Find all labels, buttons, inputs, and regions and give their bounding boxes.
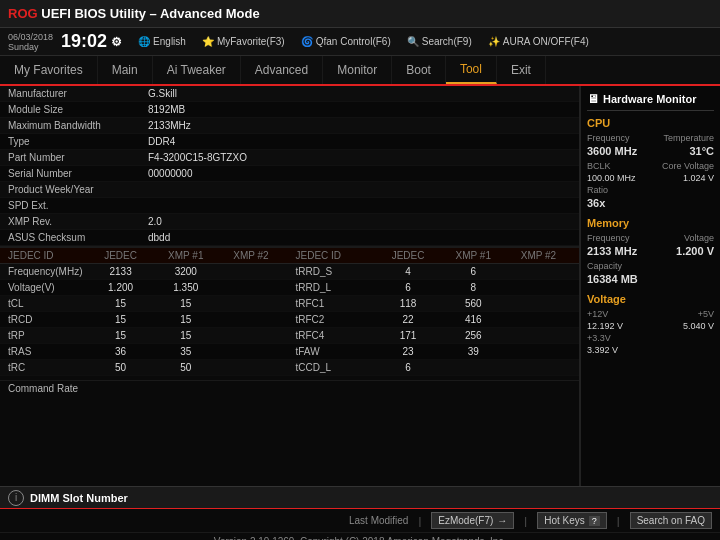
navigation-bar: My Favorites Main Ai Tweaker Advanced Mo… <box>0 56 720 86</box>
dimm-slot-label: DIMM Slot Number <box>30 492 128 504</box>
hardware-monitor-title: 🖥 Hardware Monitor <box>587 92 714 111</box>
nav-exit[interactable]: Exit <box>497 56 546 84</box>
cpu-ratio-value: 36x <box>587 197 714 211</box>
brand-name: ROG <box>8 6 38 21</box>
jedec-data-section: Frequency(MHz) 2133 3200 tRRD_S 4 6 Volt… <box>0 264 579 376</box>
monitor-icon: 🖥 <box>587 92 599 106</box>
arrow-icon: → <box>497 515 507 526</box>
favorites-icon: ⭐ <box>202 36 214 47</box>
jedec-col-xmp1: XMP #1 <box>153 250 218 261</box>
jedec-col-xmp2: XMP #2 <box>218 250 283 261</box>
nav-advanced[interactable]: Advanced <box>241 56 323 84</box>
memory-info-table: Manufacturer G.Skill Module Size 8192MB … <box>0 86 579 246</box>
aura-icon: ✨ <box>488 36 500 47</box>
cpu-bclk-voltage-labels: BCLK Core Voltage <box>587 161 714 171</box>
jedec-row-3: tRCD 15 15 tRFC2 22 416 <box>0 312 579 328</box>
cpu-bclk-voltage-values: 100.00 MHz 1.024 V <box>587 173 714 183</box>
nav-my-favorites[interactable]: My Favorites <box>0 56 98 84</box>
myfavorites-button[interactable]: ⭐ MyFavorite(F3) <box>202 36 285 47</box>
cpu-ratio-label: Ratio <box>587 185 714 195</box>
footer-buttons-row: Last Modified | EzMode(F7) → | Hot Keys … <box>0 509 720 533</box>
settings-icon[interactable]: ⚙ <box>111 35 122 49</box>
command-rate-row: Command Rate <box>0 380 579 396</box>
asus-checksum-row: ASUS Checksum dbdd <box>0 230 579 246</box>
info-bar: 06/03/2018 Sunday 19:02 ⚙ 🌐 English ⭐ My… <box>0 28 720 56</box>
hotkeys-button[interactable]: Hot Keys ? <box>537 512 607 529</box>
bottom-info-bar: i DIMM Slot Number <box>0 486 720 508</box>
module-size-row: Module Size 8192MB <box>0 102 579 118</box>
date-display: 06/03/2018 Sunday <box>8 32 53 52</box>
jedec-col-label: JEDEC ID <box>8 250 88 261</box>
jedec-row-6: tRC 50 50 tCCD_L 6 <box>0 360 579 376</box>
v12-v5-labels: +12V +5V <box>587 309 714 319</box>
main-content-area: Manufacturer G.Skill Module Size 8192MB … <box>0 86 720 486</box>
type-row: Type DDR4 <box>0 134 579 150</box>
time-display: 19:02 ⚙ <box>61 31 122 52</box>
hardware-monitor-panel: 🖥 Hardware Monitor CPU Frequency Tempera… <box>580 86 720 486</box>
info-icon[interactable]: i <box>8 490 24 506</box>
footer-area: Last Modified | EzMode(F7) → | Hot Keys … <box>0 508 720 540</box>
jedec-row-0: Frequency(MHz) 2133 3200 tRRD_S 4 6 <box>0 264 579 280</box>
xmp-rev-row: XMP Rev. 2.0 <box>0 214 579 230</box>
max-bandwidth-row: Maximum Bandwidth 2133MHz <box>0 118 579 134</box>
jedec-row-1: Voltage(V) 1.200 1.350 tRRD_L 6 8 <box>0 280 579 296</box>
cpu-freq-temp-values: 3600 MHz 31°C <box>587 145 714 159</box>
cpu-freq-temp-labels: Frequency Temperature <box>587 133 714 143</box>
jedec-right-col-xmp1: XMP #1 <box>441 250 506 261</box>
nav-monitor[interactable]: Monitor <box>323 56 392 84</box>
jedec-row-5: tRAS 36 35 tFAW 23 39 <box>0 344 579 360</box>
product-week-year-row: Product Week/Year <box>0 182 579 198</box>
qfan-button[interactable]: 🌀 Qfan Control(F6) <box>301 36 391 47</box>
jedec-row-2: tCL 15 15 tRFC1 118 560 <box>0 296 579 312</box>
manufacturer-row: Manufacturer G.Skill <box>0 86 579 102</box>
memory-section-title: Memory <box>587 217 714 229</box>
language-button[interactable]: 🌐 English <box>138 36 186 47</box>
serial-number-row: Serial Number 00000000 <box>0 166 579 182</box>
v33-label: +3.3V <box>587 333 714 343</box>
last-modified-label: Last Modified <box>349 515 408 526</box>
nav-main[interactable]: Main <box>98 56 153 84</box>
fan-icon: 🌀 <box>301 36 313 47</box>
jedec-header-row: JEDEC ID JEDEC XMP #1 XMP #2 JEDEC ID JE… <box>0 248 579 264</box>
voltage-section-title: Voltage <box>587 293 714 305</box>
jedec-col-jedec: JEDEC <box>88 250 153 261</box>
mem-freq-volt-labels: Frequency Voltage <box>587 233 714 243</box>
jedec-right-col-jedec: JEDEC <box>376 250 441 261</box>
mem-capacity-label: Capacity <box>587 261 714 271</box>
v33-value: 3.392 V <box>587 345 714 355</box>
aura-button[interactable]: ✨ AURA ON/OFF(F4) <box>488 36 589 47</box>
nav-ai-tweaker[interactable]: Ai Tweaker <box>153 56 241 84</box>
v12-v5-values: 12.192 V 5.040 V <box>587 321 714 331</box>
part-number-row: Part Number F4-3200C15-8GTZXO <box>0 150 579 166</box>
nav-boot[interactable]: Boot <box>392 56 446 84</box>
jedec-right-col-xmp2: XMP #2 <box>506 250 571 261</box>
language-icon: 🌐 <box>138 36 150 47</box>
jedec-row-4: tRP 15 15 tRFC4 171 256 <box>0 328 579 344</box>
spd-ext-row: SPD Ext. <box>0 198 579 214</box>
memory-info-panel: Manufacturer G.Skill Module Size 8192MB … <box>0 86 580 486</box>
footer-copyright-row: Version 2.19.1269. Copyright (C) 2018 Am… <box>0 533 720 540</box>
mem-capacity-value: 16384 MB <box>587 273 714 287</box>
window-title: ROG UEFI BIOS Utility – Advanced Mode <box>8 6 712 21</box>
copyright-text: Version 2.19.1269. Copyright (C) 2018 Am… <box>214 536 506 540</box>
jedec-right-col-label: JEDEC ID <box>296 250 376 261</box>
cpu-section-title: CPU <box>587 117 714 129</box>
title-bar: ROG UEFI BIOS Utility – Advanced Mode <box>0 0 720 28</box>
nav-tool[interactable]: Tool <box>446 56 497 84</box>
search-button[interactable]: 🔍 Search(F9) <box>407 36 472 47</box>
search-icon: 🔍 <box>407 36 419 47</box>
mem-freq-volt-values: 2133 MHz 1.200 V <box>587 245 714 259</box>
ezmode-button[interactable]: EzMode(F7) → <box>431 512 514 529</box>
search-faq-button[interactable]: Search on FAQ <box>630 512 712 529</box>
